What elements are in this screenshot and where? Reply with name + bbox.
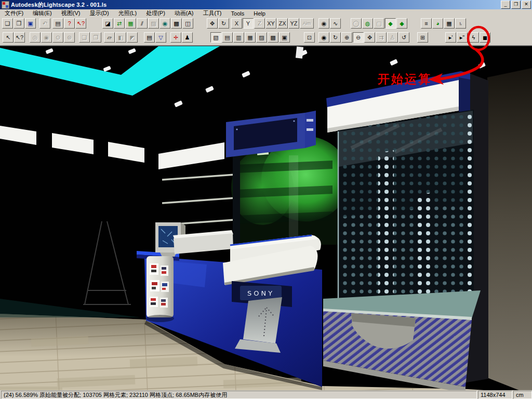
solid-display-icon[interactable]: ◆ xyxy=(385,18,396,29)
filter-block-icon[interactable]: ⊙ xyxy=(52,32,63,43)
view-cube-front-icon[interactable]: ▥ xyxy=(233,32,244,43)
menu-view[interactable]: 视图(V) xyxy=(57,9,85,17)
status-resolution: 1148x744 xyxy=(478,391,512,399)
view-cube-top-icon[interactable]: ▤ xyxy=(222,32,233,43)
title-bar: Autodesk的Lightscape 3.2 - 001.ls _ ❐ ✕ xyxy=(0,0,532,9)
paste-page-icon[interactable]: ❏ xyxy=(79,32,90,43)
undo-icon[interactable]: ↶ xyxy=(39,18,50,29)
wireframe-sphere-icon[interactable]: ◯ xyxy=(351,18,362,29)
restore-button[interactable]: ❐ xyxy=(511,1,521,9)
top-light-sliver xyxy=(296,46,303,58)
menu-process[interactable]: 处理(P) xyxy=(141,9,170,17)
axis-zx-button[interactable]: ZX xyxy=(277,18,288,29)
stop-process-icon[interactable]: ◼ xyxy=(480,32,490,43)
surface-props-icon[interactable]: ◩ xyxy=(127,32,138,43)
axis-y-button[interactable]: Y xyxy=(243,18,254,29)
walk-icon[interactable]: ⇉ xyxy=(376,32,387,43)
blocks-table-icon[interactable]: ▦ xyxy=(125,18,136,29)
menu-display[interactable]: 显示(D) xyxy=(85,9,113,17)
sony-sign-text: SONY xyxy=(247,289,274,297)
menu-help[interactable]: Help xyxy=(249,10,270,17)
window-surface-icon[interactable]: ◧ xyxy=(115,32,126,43)
start-calculation-icon[interactable]: ϟ xyxy=(468,32,479,43)
orbit-icon[interactable]: ↺ xyxy=(398,32,409,43)
close-button[interactable]: ✕ xyxy=(522,1,531,9)
select-query-icon[interactable]: ↖? xyxy=(14,32,25,43)
materials-table-icon[interactable]: ⇄ xyxy=(114,18,125,29)
view-cube-nw-icon[interactable]: ▩ xyxy=(268,32,278,43)
view-cube-iso-icon[interactable]: ▣ xyxy=(279,32,290,43)
update-solution-icon[interactable]: ▸" xyxy=(457,32,468,43)
status-message: (24) 56.589% 原始能量被分配; 103705 网格元素; 23211… xyxy=(1,391,477,399)
window-title: Autodesk的Lightscape 3.2 - 001.ls xyxy=(11,1,500,9)
axis-z-button[interactable]: Z xyxy=(254,18,265,29)
desk-lamp-icon[interactable]: ♄ xyxy=(455,18,466,29)
zoom-extents-icon[interactable]: ⊞ xyxy=(417,32,428,43)
menu-edit[interactable]: 编辑(E) xyxy=(28,9,57,17)
box-display-icon[interactable]: ▢ xyxy=(374,18,384,29)
add-entity-icon[interactable]: ✛ xyxy=(170,32,181,43)
view-cube-ne-icon[interactable]: ▨ xyxy=(256,32,267,43)
minimize-button[interactable]: _ xyxy=(501,1,510,9)
open-file-icon[interactable]: ❒ xyxy=(14,18,24,29)
textures-icon[interactable]: ▩ xyxy=(171,18,182,29)
rendered-scene: SONY xyxy=(0,46,532,391)
selection-filter-icon[interactable]: ▽ xyxy=(155,32,166,43)
selection-view-toolbar: ↖ ↖? ◎ ◉ ⊙ ⊚ ❏ ❐ ▱ ◧ ◩ ▤ ▽ ✛ ♟ ▧ ▤ ▥ xyxy=(0,31,532,46)
menu-bar: 文件(F) 编辑(E) 视图(V) 显示(D) 光照(L) 处理(P) 动画(A… xyxy=(0,9,532,18)
right-wall xyxy=(487,68,532,391)
eye-point-icon[interactable]: ◉ xyxy=(318,18,329,29)
surface-table-icon[interactable]: ▨ xyxy=(148,18,159,29)
copy-page-icon[interactable]: ❐ xyxy=(90,32,101,43)
app-icon xyxy=(2,1,9,9)
axis-xy-button[interactable]: XY xyxy=(265,18,276,29)
spline-path-icon[interactable]: ∿ xyxy=(330,18,341,29)
zoom-in-icon[interactable]: ⊕ xyxy=(341,32,352,43)
standard-toolbar: ❏ ❒ ▣ ↶ ▤ ? ↖? ◪ ⇄ ▦ ⫽ ▨ ◉ ▩ ◫ ✥ ↻ X Y xyxy=(0,17,532,32)
luminaires-table-icon[interactable]: ⫽ xyxy=(137,18,148,29)
context-help-icon[interactable]: ↖? xyxy=(75,18,86,29)
layers-table-icon[interactable]: ◪ xyxy=(102,18,113,29)
filter-luminaire-icon[interactable]: ⊚ xyxy=(64,32,75,43)
axis-x-button[interactable]: X xyxy=(231,18,242,29)
zoom-realtime-icon[interactable]: ⊖ xyxy=(353,32,364,43)
opening-icon[interactable]: ▱ xyxy=(104,32,115,43)
select-icon[interactable]: ↖ xyxy=(3,32,14,43)
right-display-cabinet xyxy=(323,71,481,391)
zoom-window-icon[interactable]: ⊡ xyxy=(304,32,315,43)
view-cube-sw-icon[interactable]: ▧ xyxy=(210,32,221,43)
pan-icon[interactable]: ✥ xyxy=(364,32,375,43)
snapshot-icon[interactable]: ▦ xyxy=(444,18,455,29)
axis-aim-button[interactable]: Aim xyxy=(300,18,314,29)
menu-file[interactable]: 文件(F) xyxy=(0,9,28,17)
view-eye-icon[interactable]: ◉ xyxy=(318,32,329,43)
render-ball-icon[interactable]: ◕ xyxy=(432,18,443,29)
filter-vertex-icon[interactable]: ◎ xyxy=(30,32,41,43)
add-person-icon[interactable]: ♟ xyxy=(182,32,193,43)
views-table-icon[interactable]: ◫ xyxy=(182,18,193,29)
axis-yz-button[interactable]: YZ xyxy=(288,18,299,29)
daylight-icon[interactable]: ◉ xyxy=(159,18,170,29)
viewport-3d[interactable]: SONY xyxy=(0,46,532,390)
layer-stack-icon[interactable]: ≡ xyxy=(421,18,432,29)
lightscape-window: Autodesk的Lightscape 3.2 - 001.ls _ ❐ ✕ 文… xyxy=(0,0,532,399)
enhanced-display-icon[interactable]: ◆ xyxy=(396,18,407,29)
help-icon[interactable]: ? xyxy=(64,18,75,29)
initiate-icon[interactable]: ▸' xyxy=(445,32,456,43)
table-edit-icon[interactable]: ▤ xyxy=(144,32,155,43)
poster-cylinder xyxy=(146,256,174,322)
wireframe-green-icon[interactable]: ◍ xyxy=(362,18,373,29)
save-file-icon[interactable]: ▣ xyxy=(25,18,36,29)
print-icon[interactable]: ▤ xyxy=(52,18,63,29)
walk-person-icon[interactable]: ♙ xyxy=(387,32,398,43)
menu-lighting[interactable]: 光照(L) xyxy=(114,9,141,17)
new-file-icon[interactable]: ❏ xyxy=(2,18,13,29)
move-icon[interactable]: ✥ xyxy=(207,18,218,29)
rotate-icon[interactable]: ↻ xyxy=(218,18,229,29)
menu-tools-cn[interactable]: 工具(T) xyxy=(198,9,226,17)
filter-face-icon[interactable]: ◉ xyxy=(41,32,52,43)
menu-tools-en[interactable]: Tools xyxy=(227,10,249,17)
view-rotate-icon[interactable]: ↻ xyxy=(330,32,341,43)
menu-animation[interactable]: 动画(A) xyxy=(170,9,198,17)
view-cube-side-icon[interactable]: ▦ xyxy=(245,32,256,43)
